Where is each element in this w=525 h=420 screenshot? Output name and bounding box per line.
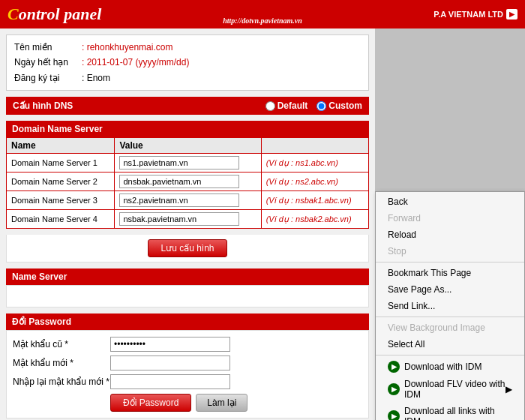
ctx-save-page[interactable]: Save Page As...	[376, 281, 524, 298]
mat-khau-moi-row: Mật khẩu mới *	[13, 356, 362, 370]
name-server-section: Name Server	[6, 268, 369, 308]
dns-input-cell-3	[115, 191, 261, 210]
flv-arrow: ▶	[506, 384, 512, 394]
info-box: Tên miền: rehonkhuyenmai.com Ngày hết hạ…	[6, 34, 369, 91]
name-server-title: Name Server	[6, 268, 369, 285]
col-hint	[261, 138, 368, 154]
dang-ky-tai-label: Đăng ký tại	[14, 70, 82, 86]
flv-icon: ▶	[388, 383, 400, 395]
nhap-lai-label: Nhập lại mật khẩu mới *	[13, 376, 110, 387]
all-icon: ▶	[388, 410, 400, 420]
dns-radio-group: Default Custom	[266, 100, 362, 111]
dns-row-2: Domain Name Server 2 (Ví dụ : ns2.abc.vn…	[7, 172, 369, 191]
dns-hint-1: (Ví dụ : ns1.abc.vn)	[261, 154, 368, 172]
ctx-download-idm[interactable]: ▶ Download with IDM	[376, 358, 524, 376]
ctx-view-background[interactable]: View Background Image	[376, 320, 524, 336]
ctx-download-flv[interactable]: ▶ Download FLV video with IDM ▶	[376, 376, 524, 403]
ten-mien-value: : rehonkhuyenmai.com	[82, 42, 172, 52]
dns-hint-2: (Ví dụ : ns2.abc.vn)	[261, 172, 368, 191]
dns-input-2[interactable]	[119, 175, 239, 188]
save-btn-row: Lưu cấu hình	[6, 235, 369, 262]
dns-section-title: Domain Name Server	[6, 121, 369, 137]
ctx-forward[interactable]: Forward	[376, 210, 524, 226]
domain-name-server-section: Domain Name Server Name Value Domain Nam…	[6, 121, 369, 262]
dns-input-3[interactable]	[119, 194, 239, 207]
brand: P.A VIETNAM LTD ▶	[434, 9, 518, 20]
dns-hint-3: (Ví dụ : nsbak1.abc.vn)	[261, 191, 368, 210]
ctx-send-link[interactable]: Send Link...	[376, 298, 524, 314]
logo: Control panel http://dotvn.pavietnam.vn	[8, 4, 101, 24]
nhap-lai-row: Nhập lại mật khẩu mới *	[13, 374, 362, 389]
dns-custom-radio[interactable]	[316, 101, 326, 111]
lam-lai-button[interactable]: Làm lại	[196, 394, 248, 412]
mat-khau-moi-label: Mật khẩu mới *	[13, 358, 110, 368]
doi-password-button[interactable]: Đổi Password	[110, 394, 191, 412]
header-url: http://dotvn.pavietnam.vn	[223, 16, 302, 25]
save-button[interactable]: Lưu cấu hình	[148, 239, 226, 257]
ctx-select-all[interactable]: Select All	[376, 336, 524, 352]
nhap-lai-input[interactable]	[110, 374, 230, 389]
dns-input-4[interactable]	[119, 212, 239, 226]
pa-logo-icon: ▶	[506, 9, 518, 20]
dns-label-2: Domain Name Server 2	[7, 172, 115, 191]
ngay-het-han-value: : 2011-01-07 (yyyy/mm/dd)	[82, 57, 189, 68]
ctx-stop[interactable]: Stop	[376, 243, 524, 260]
dns-label-3: Domain Name Server 3	[7, 191, 115, 210]
idm-icon: ▶	[388, 361, 400, 373]
dns-row-3: Domain Name Server 3 (Ví dụ : nsbak1.abc…	[7, 191, 369, 210]
dns-hint-4: (Ví dụ : nsbak2.abc.vn)	[261, 210, 368, 229]
mat-khau-cu-input[interactable]	[110, 337, 230, 352]
dns-input-cell-1	[115, 154, 261, 172]
mat-khau-cu-label: Mật khẩu cũ *	[13, 339, 110, 350]
ctx-sep3	[376, 355, 524, 356]
dns-input-cell-4	[115, 210, 261, 229]
header: Control panel http://dotvn.pavietnam.vn …	[0, 0, 525, 28]
ngay-het-han-label: Ngày hết hạn	[14, 55, 82, 70]
dns-label-1: Domain Name Server 1	[7, 154, 115, 172]
dns-row-1: Domain Name Server 1 (Ví dụ : ns1.abc.vn…	[7, 154, 369, 172]
pw-btn-row: Đổi Password Làm lại	[13, 394, 362, 412]
dang-ky-tai-value: : Enom	[82, 73, 110, 83]
ctx-sep2	[376, 316, 524, 317]
dns-custom-radio-label[interactable]: Custom	[316, 100, 362, 111]
col-name: Name	[7, 138, 115, 154]
dns-input-1[interactable]	[119, 156, 239, 170]
doi-password-section: Đổi Password Mật khẩu cũ * Mật khẩu mới …	[6, 314, 369, 418]
ten-mien-label: Tên miền	[14, 40, 82, 55]
mat-khau-cu-row: Mật khẩu cũ *	[13, 337, 362, 352]
name-server-body	[6, 285, 369, 308]
ctx-back[interactable]: Back	[376, 194, 524, 210]
mat-khau-moi-input[interactable]	[110, 356, 230, 370]
doi-password-body: Mật khẩu cũ * Mật khẩu mới * Nhập lại mậ…	[6, 330, 369, 418]
main-content: Tên miền: rehonkhuyenmai.com Ngày hết hạ…	[0, 28, 375, 420]
dns-config-section: Cấu hình DNS Default Custom	[6, 97, 369, 115]
col-value: Value	[115, 138, 261, 154]
brand-text: P.A VIETNAM LTD	[434, 10, 503, 19]
dns-input-cell-2	[115, 172, 261, 191]
ctx-sep1	[376, 262, 524, 262]
dns-config-title: Cấu hình DNS	[13, 100, 73, 111]
dns-default-radio[interactable]	[266, 101, 275, 111]
dns-default-radio-label[interactable]: Default	[266, 100, 308, 111]
context-menu: Back Forward Reload Stop Bookmark This P…	[375, 191, 525, 420]
dns-row-4: Domain Name Server 4 (Ví dụ : nsbak2.abc…	[7, 210, 369, 229]
ctx-reload[interactable]: Reload	[376, 226, 524, 243]
ctx-bookmark[interactable]: Bookmark This Page	[376, 265, 524, 281]
dns-label-4: Domain Name Server 4	[7, 210, 115, 229]
doi-password-title: Đổi Password	[6, 314, 369, 330]
dns-table: Name Value Domain Name Server 1 (Ví dụ :…	[6, 137, 369, 229]
dns-config-header: Cấu hình DNS Default Custom	[7, 98, 368, 114]
ctx-download-all[interactable]: ▶ Download all links with IDM	[376, 403, 524, 420]
